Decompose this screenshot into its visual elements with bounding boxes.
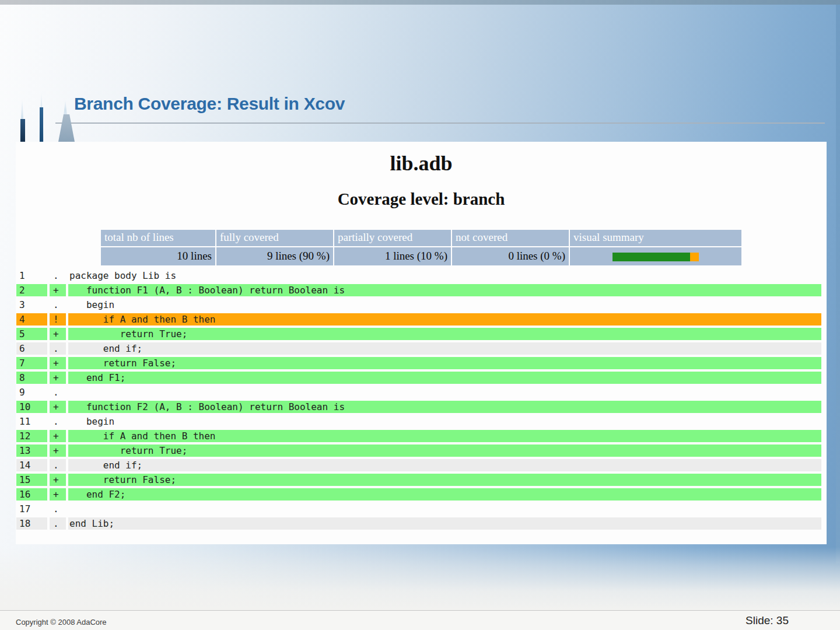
- line-number: 8: [16, 372, 47, 384]
- coverage-marker: +: [50, 284, 66, 296]
- line-code: end F1;: [68, 372, 821, 384]
- line-number: 7: [16, 357, 47, 369]
- summary-value-4: [570, 247, 741, 265]
- summary-value-3: 0 lines (0 %): [452, 247, 569, 265]
- line-number: 5: [16, 328, 47, 340]
- coverage-marker: +: [50, 488, 66, 501]
- line-code: end if;: [68, 342, 821, 355]
- coverage-marker: +: [50, 401, 66, 413]
- source-line-3: 3. begin: [16, 299, 821, 311]
- line-number: 12: [16, 430, 47, 442]
- summary-header-4: visual summary: [570, 230, 741, 246]
- building-tower-icon: [20, 119, 25, 142]
- source-line-16: 16+ end F2;: [16, 488, 821, 501]
- line-code: end if;: [68, 459, 821, 471]
- line-code: end F2;: [68, 488, 821, 501]
- slide-right-edge-strip: [836, 5, 840, 564]
- line-code: return True;: [68, 444, 821, 457]
- source-line-6: 6. end if;: [16, 342, 821, 355]
- summary-header-0: total nb of lines: [101, 230, 215, 246]
- line-code: package body Lib is: [68, 270, 821, 282]
- coverage-marker: +: [50, 372, 66, 384]
- line-code: function F2 (A, B : Boolean) return Bool…: [68, 401, 821, 413]
- report-file-title: lib.adb: [16, 151, 827, 176]
- slide: { "slide": { "title": "Branch Coverage: …: [0, 0, 840, 630]
- summary-header-3: not covered: [452, 230, 569, 246]
- line-code: function F1 (A, B : Boolean) return Bool…: [68, 284, 821, 296]
- line-number: 1: [16, 270, 47, 282]
- line-code: if A and then B then: [68, 430, 821, 442]
- source-line-12: 12+ if A and then B then: [16, 430, 821, 442]
- line-number: 18: [16, 517, 47, 530]
- coverage-marker: +: [50, 474, 66, 486]
- bar-covered-segment: [612, 253, 690, 261]
- line-number: 14: [16, 459, 47, 471]
- coverage-marker: !: [50, 313, 66, 326]
- line-code: end Lib;: [68, 517, 821, 530]
- summary-value-0: 10 lines: [101, 247, 215, 265]
- line-number: 15: [16, 474, 47, 486]
- line-number: 16: [16, 488, 47, 501]
- line-number: 17: [16, 503, 47, 515]
- coverage-marker: .: [50, 517, 66, 530]
- source-line-10: 10+ function F2 (A, B : Boolean) return …: [16, 401, 821, 413]
- line-code: [68, 503, 821, 515]
- source-line-7: 7+ return False;: [16, 357, 821, 369]
- source-line-14: 14. end if;: [16, 459, 821, 471]
- coverage-marker: .: [50, 299, 66, 311]
- source-line-4: 4! if A and then B then: [16, 313, 821, 326]
- line-number: 9: [16, 386, 47, 398]
- coverage-marker: +: [50, 328, 66, 340]
- bottom-haze-band: [0, 547, 840, 610]
- building-tower-icon: [58, 114, 75, 142]
- slide-number: Slide: 35: [746, 614, 789, 627]
- building-tower-icon: [40, 107, 43, 142]
- line-code: begin: [68, 299, 821, 311]
- line-number: 2: [16, 284, 47, 296]
- report-coverage-level: Coverage level: branch: [16, 190, 827, 209]
- source-line-9: 9.: [16, 386, 821, 398]
- line-code: return True;: [68, 328, 821, 340]
- line-number: 13: [16, 444, 47, 457]
- coverage-marker: +: [50, 444, 66, 457]
- line-code: if A and then B then: [68, 313, 821, 326]
- copyright-text: Copyright © 2008 AdaCore: [16, 618, 107, 626]
- line-number: 4: [16, 313, 47, 326]
- coverage-marker: .: [50, 270, 66, 282]
- coverage-marker: +: [50, 357, 66, 369]
- line-code: return False;: [68, 474, 821, 486]
- coverage-marker: .: [50, 342, 66, 355]
- source-line-17: 17.: [16, 503, 821, 515]
- source-line-1: 1.package body Lib is: [16, 270, 821, 282]
- coverage-marker: .: [50, 415, 66, 428]
- line-code: [68, 386, 821, 398]
- line-number: 3: [16, 299, 47, 311]
- slide-top-edge-strip: [0, 0, 840, 5]
- source-line-11: 11. begin: [16, 415, 821, 428]
- summary-value-2: 1 lines (10 %): [334, 247, 451, 265]
- line-code: return False;: [68, 357, 821, 369]
- coverage-marker: +: [50, 430, 66, 442]
- summary-value-1: 9 lines (90 %): [216, 247, 333, 265]
- coverage-marker: .: [50, 386, 66, 398]
- slide-footer: Copyright © 2008 AdaCore Slide: 35: [0, 610, 840, 630]
- line-number: 6: [16, 342, 47, 355]
- source-line-5: 5+ return True;: [16, 328, 821, 340]
- source-line-8: 8+ end F1;: [16, 372, 821, 384]
- line-number: 11: [16, 415, 47, 428]
- summary-header-1: fully covered: [216, 230, 333, 246]
- source-line-2: 2+ function F1 (A, B : Boolean) return B…: [16, 284, 821, 296]
- coverage-marker: .: [50, 459, 66, 471]
- line-code: begin: [68, 415, 821, 428]
- source-line-15: 15+ return False;: [16, 474, 821, 486]
- coverage-report-panel: lib.adb Coverage level: branch total nb …: [16, 142, 827, 544]
- coverage-summary-table: total nb of linesfully coveredpartially …: [101, 230, 741, 265]
- slide-title: Branch Coverage: Result in Xcov: [74, 94, 345, 114]
- line-number: 10: [16, 401, 47, 413]
- source-line-18: 18.end Lib;: [16, 517, 821, 530]
- bar-partial-segment: [690, 253, 699, 261]
- source-code-listing: 1.package body Lib is2+ function F1 (A, …: [16, 270, 827, 530]
- summary-header-2: partially covered: [334, 230, 451, 246]
- source-line-13: 13+ return True;: [16, 444, 821, 457]
- title-divider: [55, 123, 825, 124]
